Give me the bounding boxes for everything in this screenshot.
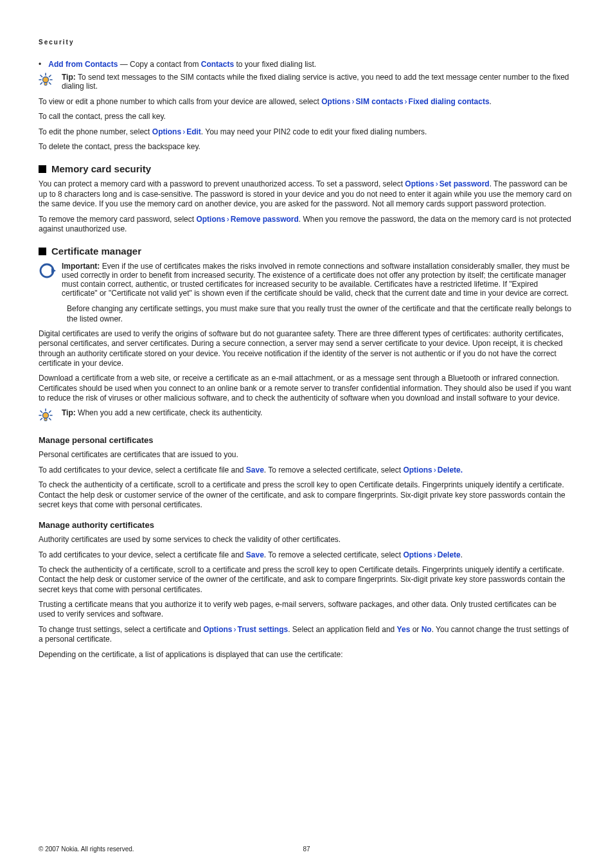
svg-rect-8 — [44, 83, 47, 86]
tip-text: To send text messages to the SIM contact… — [62, 73, 569, 91]
add-from-contacts-link: Add from Contacts — [48, 60, 118, 69]
chevron-right-icon: › — [181, 127, 186, 136]
tip-lead: Tip: — [62, 408, 78, 417]
svg-line-15 — [40, 419, 42, 420]
important-text: Even if the use of certificates makes th… — [62, 262, 569, 298]
yes-link: Yes — [397, 625, 411, 634]
svg-point-17 — [43, 413, 49, 419]
svg-point-7 — [43, 77, 49, 83]
svg-line-5 — [40, 83, 42, 85]
page-footer: © 2007 Nokia. All rights reserved. 87 — [39, 845, 574, 853]
paragraph-view-number: To view or edit a phone number to which … — [39, 97, 574, 107]
paragraph-edit: To edit the phone number, select Options… — [39, 127, 574, 137]
chevron-right-icon: › — [404, 97, 409, 106]
contacts-link: Contacts — [201, 60, 234, 69]
sim-contacts-link: SIM contacts — [356, 97, 404, 106]
auth-p3: To check the authenticity of a certifica… — [39, 565, 574, 595]
text: . To remove a selected certificate, sele… — [264, 550, 404, 559]
text: To view or edit a phone number to which … — [39, 97, 321, 106]
fixed-dialing-link: Fixed dialing contacts — [409, 97, 490, 106]
lightbulb-icon — [39, 73, 62, 89]
text: To edit the phone number, select — [39, 127, 152, 136]
text: . To remove a selected certificate, sele… — [264, 466, 404, 475]
lightbulb-icon — [39, 408, 62, 425]
svg-line-2 — [49, 75, 51, 77]
cert-paragraph-2: Download a certificate from a web site, … — [39, 374, 574, 403]
svg-line-12 — [49, 411, 51, 413]
paragraph-memory-2: To remove the memory card password, sele… — [39, 215, 574, 235]
chevron-right-icon: › — [434, 179, 440, 188]
text: . Select an application field and — [288, 625, 396, 634]
svg-line-11 — [40, 411, 42, 413]
svg-line-6 — [49, 83, 51, 85]
arrow-circle-icon — [39, 262, 62, 280]
heading-text: Memory card security — [51, 163, 151, 174]
heading-text: Certificate manager — [51, 246, 141, 257]
options-link: Options — [321, 97, 350, 106]
tip-block: Tip: To send text messages to the SIM co… — [39, 73, 574, 91]
paragraph-call: To call the contact, press the call key. — [39, 112, 574, 122]
paragraph-memory-1: You can protect a memory card with a pas… — [39, 179, 574, 209]
auth-p1: Authority certificates are used by some … — [39, 535, 574, 545]
save-link: Save — [246, 550, 264, 559]
chevron-right-icon: › — [351, 97, 356, 106]
auth-p6: Depending on the certificate, a list of … — [39, 650, 574, 660]
important-body: Important: Even if the use of certificat… — [62, 262, 574, 298]
delete-link: Delete — [438, 550, 461, 559]
auth-p2: To add certificates to your device, sele… — [39, 550, 574, 560]
personal-p1: Personal certificates are certificates t… — [39, 450, 574, 460]
options-link: Options — [403, 466, 432, 475]
text: To remove the memory card password, sele… — [39, 215, 196, 224]
svg-line-16 — [49, 419, 51, 420]
cert-paragraph-1: Digital certificates are used to verify … — [39, 329, 574, 368]
options-link: Options — [196, 215, 225, 224]
heading-personal-certs: Manage personal certificates — [39, 435, 574, 445]
tip-body: Tip: When you add a new certificate, che… — [62, 408, 574, 417]
running-header: Security — [39, 39, 574, 46]
important-paragraph-2: Before changing any certificate settings… — [67, 304, 574, 324]
tip-body: Tip: To send text messages to the SIM co… — [62, 73, 574, 91]
svg-rect-18 — [44, 419, 47, 421]
bullet-text-mid: — Copy a contact from — [118, 60, 200, 69]
text: . You may need your PIN2 code to edit yo… — [201, 127, 427, 136]
heading-cert-manager: Certificate manager — [39, 246, 574, 257]
page-number: 87 — [303, 845, 310, 853]
options-link: Options — [152, 127, 181, 136]
options-link: Options — [405, 179, 434, 188]
text: You can protect a memory card with a pas… — [39, 179, 405, 188]
text: To add certificates to your device, sele… — [39, 550, 246, 559]
tip-lead: Tip: — [62, 73, 78, 82]
auth-p5: To change trust settings, select a certi… — [39, 625, 574, 645]
personal-p3: To check the authenticity of a certifica… — [39, 480, 574, 510]
bullet-dot: • — [39, 60, 46, 69]
remove-password-link: Remove password — [231, 215, 299, 224]
important-block: Important: Even if the use of certificat… — [39, 262, 574, 298]
page: Security • Add from Contacts — Copy a co… — [0, 0, 613, 868]
options-link: Options — [203, 625, 232, 634]
text: To change trust settings, select a certi… — [39, 625, 203, 634]
heading-memory-card: Memory card security — [39, 163, 574, 174]
text: or — [410, 625, 421, 634]
no-link: No — [422, 625, 432, 634]
save-link: Save — [246, 466, 264, 475]
delete-link: Delete. — [438, 466, 463, 475]
chevron-right-icon: › — [226, 215, 231, 224]
heading-marker-icon — [39, 165, 46, 173]
text: To add certificates to your device, sele… — [39, 466, 246, 475]
bullet-text-tail: to your fixed dialing list. — [234, 60, 316, 69]
edit-link: Edit — [186, 127, 201, 136]
auth-p4: Trusting a certificate means that you au… — [39, 600, 574, 620]
tip-text: When you add a new certificate, check it… — [78, 408, 262, 417]
text: . — [461, 550, 463, 559]
personal-p2: To add certificates to your device, sele… — [39, 466, 574, 475]
chevron-right-icon: › — [432, 550, 438, 559]
text: . — [490, 97, 492, 106]
heading-marker-icon — [39, 248, 46, 255]
tip-block-2: Tip: When you add a new certificate, che… — [39, 408, 574, 425]
important-lead: Important: — [62, 262, 102, 271]
svg-line-1 — [40, 75, 42, 77]
bullet-item: • Add from Contacts — Copy a contact fro… — [39, 60, 574, 69]
set-password-link: Set password — [440, 179, 490, 188]
trust-settings-link: Trust settings — [237, 625, 288, 634]
chevron-right-icon: › — [432, 466, 438, 475]
